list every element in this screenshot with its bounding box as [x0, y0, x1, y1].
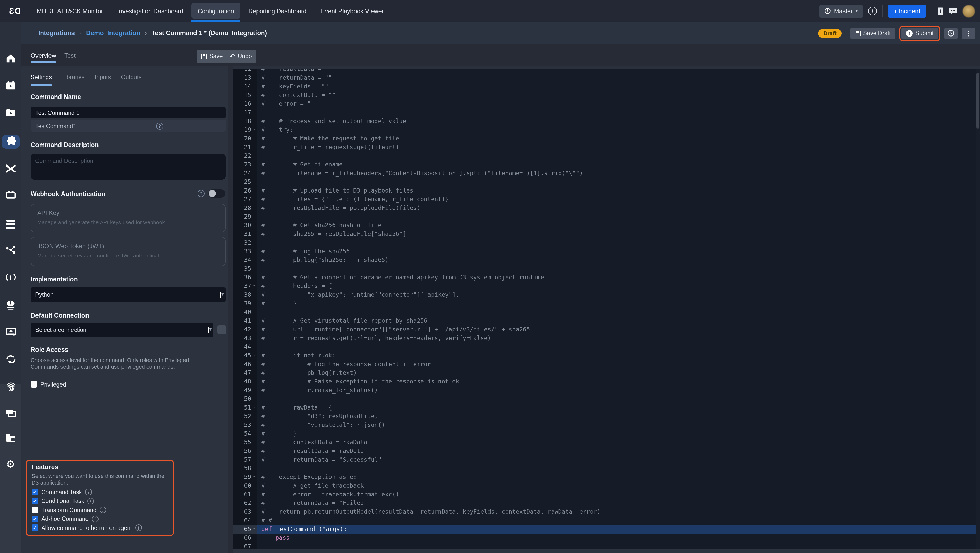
- more-options-button[interactable]: ⋮: [962, 27, 975, 39]
- code-line-58[interactable]: 58: [233, 464, 980, 473]
- add-connection-button[interactable]: +: [218, 325, 226, 334]
- info-icon[interactable]: i: [85, 489, 92, 495]
- code-line-12[interactable]: 12# resultData = "": [233, 69, 980, 73]
- tab-test[interactable]: Test: [64, 45, 76, 66]
- checkbox-transform-command[interactable]: [32, 507, 38, 513]
- code-line-16[interactable]: 16# error = "": [233, 100, 980, 108]
- code-line-29[interactable]: 29: [233, 212, 980, 221]
- code-line-25[interactable]: 25: [233, 178, 980, 186]
- code-line-42[interactable]: 42# url = runtime["connector"]["serverur…: [233, 325, 980, 334]
- command-name-input[interactable]: Test Command 1: [30, 107, 226, 118]
- sidebar-data-management-icon[interactable]: [0, 218, 21, 229]
- code-line-23[interactable]: 23# # Get filename: [233, 160, 980, 169]
- release-notes-icon[interactable]: [937, 7, 944, 15]
- submit-button[interactable]: ↑ Submit: [901, 27, 938, 39]
- code-line-35[interactable]: 35: [233, 265, 980, 273]
- checkbox-ad-hoc-command[interactable]: ✓: [32, 515, 38, 522]
- code-line-38[interactable]: 38# "x-apikey": runtime["connector"]["ap…: [233, 290, 980, 299]
- nav-tab-configuration[interactable]: Configuration: [190, 0, 241, 22]
- code-line-47[interactable]: 47# pb.log(r.text): [233, 369, 980, 377]
- help-icon[interactable]: ?: [156, 122, 163, 129]
- code-line-18[interactable]: 18# # Process and set output model value: [233, 117, 980, 126]
- sidebar-event-playbook-icon[interactable]: [0, 81, 21, 90]
- sidebar-identity-icon[interactable]: [0, 382, 21, 392]
- code-line-13[interactable]: 13# returnData = "": [233, 73, 980, 82]
- checkbox-allow-command-to-be-run-on-agent[interactable]: ✓: [32, 524, 38, 531]
- code-line-31[interactable]: 31# sha265 = resUploadFile["sha256"]: [233, 230, 980, 239]
- checkbox-conditional-task[interactable]: ✓: [32, 497, 38, 504]
- code-line-50[interactable]: 50: [233, 395, 980, 403]
- info-icon[interactable]: i: [868, 6, 877, 15]
- code-line-27[interactable]: 27# files = {"file": (filename, r_file.c…: [233, 195, 980, 204]
- tab-settings[interactable]: Settings: [30, 69, 52, 85]
- sidebar-webhooks-icon[interactable]: [0, 273, 21, 281]
- sidebar-link-analysis-icon[interactable]: [0, 245, 21, 254]
- default-connection-select[interactable]: Select a connection▼: [30, 323, 213, 337]
- tab-libraries[interactable]: Libraries: [62, 69, 84, 85]
- code-line-52[interactable]: 52# "d3": resUploadFile,: [233, 412, 980, 421]
- code-line-15[interactable]: 15# contextData = "": [233, 91, 980, 100]
- d3-logo[interactable]: D3: [0, 0, 30, 22]
- code-line-34[interactable]: 34# pb.log("sha256: " + sha265): [233, 256, 980, 265]
- code-line-65[interactable]: 65▾def TestCommand1(*args):: [233, 525, 980, 534]
- fold-icon[interactable]: ▾: [251, 473, 257, 481]
- code-line-26[interactable]: 26# # Upload file to D3 playbook files: [233, 186, 980, 195]
- code-line-55[interactable]: 55# contextData = rawData: [233, 438, 980, 447]
- editor-vertical-scrollbar[interactable]: [976, 69, 980, 553]
- nav-tab-investigation-dashboard[interactable]: Investigation Dashboard: [110, 0, 191, 22]
- fold-icon[interactable]: ▾: [251, 403, 257, 412]
- jwt-card[interactable]: JSON Web Token (JWT) Manage secret keys …: [30, 237, 226, 266]
- code-line-43[interactable]: 43# r = requests.get(url=url, headers=he…: [233, 334, 980, 343]
- code-line-39[interactable]: 39# }: [233, 299, 980, 308]
- breadcrumb-item-demo-integration[interactable]: Demo_Integration: [86, 30, 140, 37]
- code-line-20[interactable]: 20# # Make the request to get file: [233, 134, 980, 143]
- tab-outputs[interactable]: Outputs: [121, 69, 142, 85]
- code-line-44[interactable]: 44: [233, 343, 980, 351]
- fold-icon[interactable]: ▾: [251, 351, 257, 360]
- new-incident-button[interactable]: + Incident: [887, 4, 926, 18]
- nav-tab-mitre-att-ck-monitor[interactable]: MITRE ATT&CK Monitor: [30, 0, 110, 22]
- version-history-button[interactable]: [944, 27, 958, 39]
- code-line-17[interactable]: 17: [233, 108, 980, 117]
- user-avatar[interactable]: [963, 5, 975, 17]
- code-line-19[interactable]: 19▾# try:: [233, 126, 980, 134]
- tab-inputs[interactable]: Inputs: [95, 69, 111, 85]
- tab-overview[interactable]: Overview: [30, 45, 56, 66]
- sidebar-incident-forms-icon[interactable]: [0, 328, 21, 336]
- code-line-24[interactable]: 24# filename = r_file.headers["Content-D…: [233, 169, 980, 178]
- code-line-14[interactable]: 14# keyFields = "": [233, 82, 980, 91]
- editor-undo-button[interactable]: ↶ Undo: [225, 49, 256, 63]
- code-line-63[interactable]: 63# return pb.returnOutputModel(resultDa…: [233, 508, 980, 516]
- panel-scrollbar[interactable]: [228, 66, 233, 553]
- code-editor[interactable]: 12# resultData = ""13# returnData = ""14…: [233, 69, 980, 553]
- sidebar-home-icon[interactable]: [0, 54, 21, 63]
- checkbox-command-task[interactable]: ✓: [32, 489, 38, 495]
- code-line-56[interactable]: 56# resultData = rawData: [233, 447, 980, 456]
- nav-tab-event-playbook-viewer[interactable]: Event Playbook Viewer: [313, 0, 391, 22]
- sidebar-utility-commands-icon[interactable]: [0, 163, 21, 173]
- code-line-66[interactable]: 66 pass: [233, 534, 980, 542]
- privileged-checkbox[interactable]: [30, 381, 37, 387]
- code-line-37[interactable]: 37▾# headers = {: [233, 282, 980, 290]
- fold-icon[interactable]: ▾: [251, 126, 257, 134]
- info-icon[interactable]: i: [135, 524, 142, 531]
- save-draft-button[interactable]: Save Draft: [850, 27, 896, 39]
- sidebar-sync-icon[interactable]: [0, 355, 21, 363]
- code-line-40[interactable]: 40: [233, 308, 980, 317]
- info-icon[interactable]: i: [92, 515, 98, 522]
- code-line-30[interactable]: 30# # Get sha256 hash of file: [233, 221, 980, 230]
- webhook-help-icon[interactable]: ?: [197, 190, 205, 197]
- sidebar-integrations-icon[interactable]: [0, 136, 21, 146]
- editor-horizontal-scrollbar[interactable]: [233, 550, 980, 553]
- sidebar-playbooks-icon[interactable]: [0, 109, 21, 116]
- chat-icon[interactable]: [949, 7, 958, 15]
- command-description-textarea[interactable]: Command Description: [30, 154, 226, 180]
- webhook-toggle[interactable]: [208, 190, 225, 198]
- code-line-48[interactable]: 48# # Raise exception if the response is…: [233, 377, 980, 386]
- sidebar-windows-icon[interactable]: [0, 411, 21, 414]
- code-line-33[interactable]: 33# # Log the sha256: [233, 247, 980, 256]
- code-line-64[interactable]: 64# #-----------------------------------…: [233, 516, 980, 525]
- api-key-card[interactable]: API Key Manage and generate the API keys…: [30, 204, 226, 232]
- code-line-61[interactable]: 61# error = traceback.format_exc(): [233, 490, 980, 499]
- code-line-36[interactable]: 36# # Get a connection parameter named a…: [233, 273, 980, 282]
